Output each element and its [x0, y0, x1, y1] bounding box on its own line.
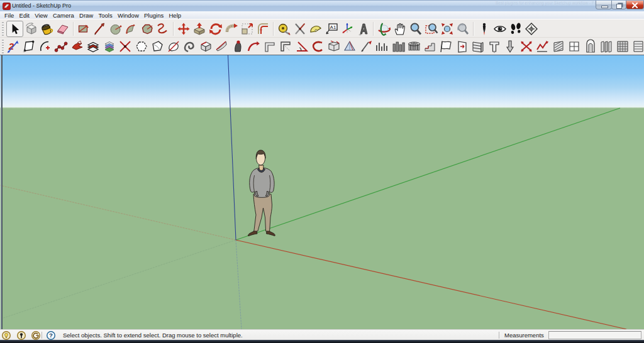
svg-text:?: ?: [49, 332, 53, 339]
svg-text:A1: A1: [330, 24, 336, 30]
